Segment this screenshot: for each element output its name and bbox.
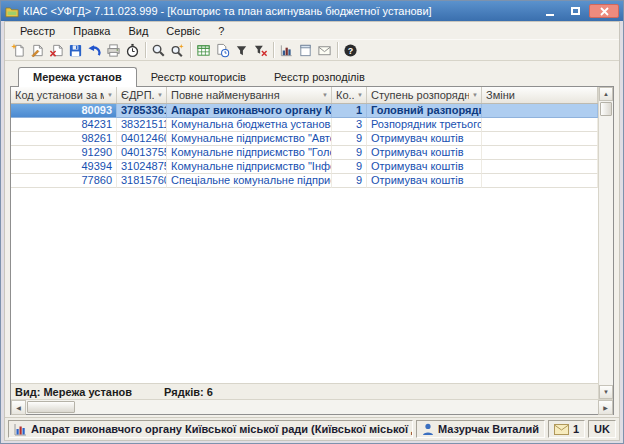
document-history-button[interactable] (213, 41, 232, 60)
table-cell[interactable]: Головний разпорядник (367, 104, 482, 118)
table-cell[interactable]: 9 (332, 160, 367, 174)
table-cell[interactable]: Отримувач коштів (367, 146, 482, 160)
minimize-button[interactable] (539, 4, 561, 18)
table-row-0[interactable]: 8009337853361Апарат виконавчого органу К… (11, 104, 598, 118)
user-name-label: Мазурчак Виталий (438, 423, 539, 435)
clear-filter-button[interactable] (251, 41, 270, 60)
menu-item-1[interactable]: Правка (64, 24, 119, 38)
scroll-down-button[interactable]: ▼ (599, 385, 613, 399)
column-filter-icon[interactable]: ▼ (321, 91, 329, 99)
mail-button[interactable] (315, 41, 334, 60)
table-row-2[interactable]: 9826104012460Комунальне підприємство "Ав… (11, 132, 598, 146)
table-cell[interactable] (482, 146, 598, 160)
search-button[interactable] (149, 41, 168, 60)
scroll-right-button[interactable]: ▶ (598, 400, 613, 415)
horizontal-scrollbar[interactable]: ◀ ▶ (11, 399, 613, 414)
column-header-1[interactable]: ЄДРП...▼ (117, 87, 167, 103)
table-cell[interactable]: 31815760 (117, 174, 167, 188)
table-cell[interactable]: Отримувач коштів (367, 160, 482, 174)
table-cell[interactable]: 84231 (11, 118, 117, 132)
table-header-row: Код установи за мер...▼ЄДРП...▼Повне най… (11, 87, 598, 104)
table-cell[interactable]: Розпорядник третього рівня (367, 118, 482, 132)
tab-0[interactable]: Мережа установ (18, 67, 137, 87)
table-button[interactable] (194, 41, 213, 60)
table-cell[interactable] (482, 104, 598, 118)
undo-icon (87, 43, 102, 58)
table-cell[interactable]: 98261 (11, 132, 117, 146)
maximize-button[interactable] (564, 4, 586, 18)
table-cell[interactable]: 37853361 (117, 104, 167, 118)
table-cell[interactable]: 3 (332, 118, 367, 132)
table-cell[interactable]: 04013755 (117, 146, 167, 160)
table-cell[interactable]: Отримувач коштів (367, 174, 482, 188)
column-header-3[interactable]: Ко...▼ (332, 87, 367, 103)
table-cell[interactable]: Комунальне підприємство "Голов... (167, 146, 332, 160)
table-cell[interactable]: Отримувач коштів (367, 132, 482, 146)
timer-button[interactable] (123, 41, 142, 60)
table-row-5[interactable]: 7786031815760Спеціальне комунальне підпр… (11, 174, 598, 188)
search-advanced-button[interactable] (168, 41, 187, 60)
save-button[interactable] (66, 41, 85, 60)
undo-button[interactable] (85, 41, 104, 60)
mail-status-section[interactable]: 1 (548, 420, 585, 438)
column-header-4[interactable]: Ступень розпорядника коштів▼ (367, 87, 482, 103)
table-cell[interactable]: 1 (332, 104, 367, 118)
scroll-up-button[interactable]: ▲ (599, 87, 613, 101)
table-row-3[interactable]: 9129004013755Комунальне підприємство "Го… (11, 146, 598, 160)
print-button[interactable] (104, 41, 123, 60)
table-cell[interactable]: Апарат виконавчого органу К.. (167, 104, 332, 118)
table-cell[interactable]: 04012460 (117, 132, 167, 146)
column-header-2[interactable]: Повне найменування▼ (167, 87, 332, 103)
column-header-5[interactable]: Зміни (482, 87, 598, 103)
column-filter-icon[interactable]: ▼ (356, 91, 364, 99)
tab-1[interactable]: Реєстр кошторисів (137, 68, 260, 86)
window-title: КІАС <УФГД> 7.11.023.999 - [Кошторис та … (23, 5, 536, 17)
mail-count-icon (554, 424, 569, 435)
menu-item-3[interactable]: Сервіс (157, 24, 209, 38)
table-cell[interactable]: Комунальна бюджетна установа ... (167, 118, 332, 132)
table-cell[interactable]: 31024875 (117, 160, 167, 174)
menu-item-0[interactable]: Реєстр (11, 24, 64, 38)
table-row-1[interactable]: 8423138321511Комунальна бюджетна установ… (11, 118, 598, 132)
table-cell[interactable]: 9 (332, 174, 367, 188)
table-cell[interactable]: 9 (332, 132, 367, 146)
table-cell[interactable]: 9 (332, 146, 367, 160)
toolbar-separator (190, 42, 191, 58)
language-indicator[interactable]: UK (588, 420, 616, 438)
table-cell[interactable]: 91290 (11, 146, 117, 160)
column-filter-icon[interactable]: ▼ (471, 91, 479, 99)
delete-document-button[interactable] (47, 41, 66, 60)
column-filter-icon[interactable]: ▼ (156, 91, 164, 99)
toolbar: ? (5, 39, 619, 61)
table-cell[interactable]: 49394 (11, 160, 117, 174)
form-button[interactable] (296, 41, 315, 60)
horizontal-scroll-track[interactable] (76, 400, 598, 414)
column-header-0[interactable]: Код установи за мер...▼ (11, 87, 117, 103)
table-cell[interactable]: 38321511 (117, 118, 167, 132)
vertical-scroll-thumb[interactable] (600, 102, 612, 116)
menu-item-4[interactable]: ? (209, 24, 233, 38)
table-cell[interactable]: 80093 (11, 104, 117, 118)
scroll-left-button[interactable]: ◀ (11, 400, 26, 415)
chart-button[interactable] (277, 41, 296, 60)
table-cell[interactable]: Спеціальне комунальне підприємс... (167, 174, 332, 188)
edit-document-button[interactable] (28, 41, 47, 60)
table-cell[interactable]: 77860 (11, 174, 117, 188)
table-cell[interactable]: Комунальне підприємство "Автот... (167, 132, 332, 146)
table-cell[interactable]: Комунальне підприємство "Інфом... (167, 160, 332, 174)
help-button[interactable]: ? (341, 41, 360, 60)
tab-2[interactable]: Реєстр розподілів (260, 68, 379, 86)
filter-button[interactable] (232, 41, 251, 60)
column-filter-icon[interactable]: ▼ (106, 91, 114, 99)
new-document-button[interactable] (9, 41, 28, 60)
table-cell[interactable] (482, 132, 598, 146)
table-cell[interactable] (482, 160, 598, 174)
table-cell[interactable] (482, 118, 598, 132)
vertical-scroll-track[interactable] (599, 117, 613, 385)
table-cell[interactable] (482, 174, 598, 188)
close-button[interactable] (589, 4, 619, 18)
table-row-4[interactable]: 4939431024875Комунальне підприємство "Ін… (11, 160, 598, 174)
menu-item-2[interactable]: Вид (119, 24, 157, 38)
vertical-scrollbar[interactable]: ▲ ▼ (598, 87, 613, 399)
horizontal-scroll-thumb[interactable] (27, 401, 75, 413)
